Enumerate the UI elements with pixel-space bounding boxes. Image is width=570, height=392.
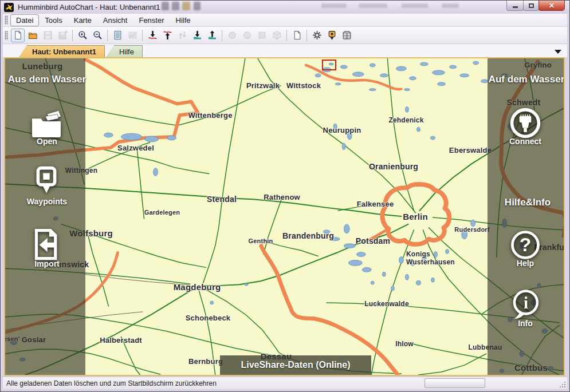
waypoint-pin-icon[interactable] <box>32 165 61 199</box>
zoom-in-button[interactable] <box>76 29 89 42</box>
map-label: Oranienburg <box>369 162 418 171</box>
glass-smudge <box>321 3 347 8</box>
map-label: Gardelegen <box>144 209 180 216</box>
connector-icon[interactable] <box>508 106 543 140</box>
app-logo-icon <box>4 3 14 12</box>
map-label: Pritzwalk <box>246 82 280 90</box>
status-text: Alle geladenen Daten löschen und zum Sta… <box>3 379 217 387</box>
menu-item-karte[interactable]: Karte <box>68 14 97 26</box>
export-sonar-button[interactable] <box>160 29 174 42</box>
map-label: Wittstock <box>286 82 321 90</box>
open-file-button[interactable] <box>26 29 40 42</box>
menu-item-fenster[interactable]: Fenster <box>133 14 170 26</box>
waypoint-manager-button[interactable] <box>325 29 339 42</box>
panel-right-subtitle: Hilfe&Info <box>505 197 551 208</box>
map-label: Brandenburg <box>282 231 334 240</box>
map-label: Neuruppin <box>323 126 361 135</box>
new-file-button[interactable] <box>11 29 25 42</box>
help-button[interactable]: Help <box>517 259 534 268</box>
open-button[interactable]: Open <box>37 137 57 146</box>
tab-label: Hilfe <box>119 47 134 56</box>
window-controls: ✕ <box>507 1 565 11</box>
save-as-button <box>56 29 69 42</box>
map-label: Wittenberge <box>188 112 232 120</box>
map-label: Ihlow <box>395 340 414 349</box>
svg-text:?: ? <box>520 233 532 255</box>
zoom-out-button[interactable] <box>91 29 104 42</box>
settings-button[interactable] <box>310 29 324 42</box>
map-label: Rathenow <box>264 193 300 202</box>
panel-left-title: Aus dem Wasser <box>8 74 86 85</box>
map-labels-layer: LuneburgPritzwalkWittstockGryfinoWittenb… <box>5 58 564 375</box>
glass-smudge <box>442 3 459 8</box>
app-window: Humminbird AutoChart - Haut: Unbenannt1 … <box>0 0 570 392</box>
tab-label: Haut: Unbenannt1 <box>32 47 96 56</box>
panel-right-title: Auf dem Wasser <box>489 74 565 85</box>
map-label: Berlin <box>403 212 428 221</box>
toolbar-separator <box>107 30 108 41</box>
folder-open-icon[interactable] <box>29 108 64 137</box>
connect-button[interactable]: Connect <box>509 137 541 146</box>
glass-smudge <box>402 3 428 8</box>
toolbar-separator <box>286 30 287 41</box>
svg-text:i: i <box>524 294 528 312</box>
toolbar-grip[interactable] <box>5 31 8 40</box>
import-file-icon[interactable] <box>30 228 62 262</box>
map-label: Genthin <box>249 237 273 245</box>
map-viewport[interactable]: LuneburgPritzwalkWittstockGryfinoWittenb… <box>4 57 565 376</box>
map-label: Halberstadt <box>100 336 142 345</box>
question-icon[interactable]: ? <box>508 228 543 262</box>
menu-item-ansicht[interactable]: Ansicht <box>97 14 133 26</box>
liveshare-button[interactable]: LiveShare-Daten (Online) <box>220 355 371 375</box>
map-label: Rudersdorf <box>454 226 489 233</box>
map-label: Bernburg <box>188 358 223 366</box>
info-button[interactable]: Info <box>518 319 533 328</box>
info-bubble-icon[interactable]: i <box>509 288 542 322</box>
taskbar-blob <box>162 2 169 10</box>
render-sphere-1-button <box>225 29 239 42</box>
sync-updown-button <box>175 29 189 42</box>
menu-item-datei[interactable]: Datei <box>10 14 39 26</box>
maximize-button[interactable] <box>523 1 539 11</box>
import-button[interactable]: Import <box>34 259 60 268</box>
status-bar: Alle geladenen Daten löschen und zum Sta… <box>3 377 567 389</box>
map-label: Magdeburg <box>174 282 221 292</box>
map-label: Luckenwalde <box>364 300 409 308</box>
map-label: Potsdam <box>356 236 391 246</box>
copy-page-button[interactable] <box>290 29 304 42</box>
toolbar-separator <box>222 30 222 41</box>
close-button[interactable]: ✕ <box>538 1 565 11</box>
tab-hilfe[interactable]: Hilfe <box>106 45 143 57</box>
map-label: Konigs Wusterhausen <box>406 251 455 267</box>
upload-depth-button[interactable] <box>205 29 219 42</box>
menu-item-tools[interactable]: Tools <box>39 14 68 26</box>
waypoints-button[interactable]: Waypoints <box>27 197 67 206</box>
toolbar-separator <box>142 30 143 41</box>
tab-list-dropdown-icon[interactable] <box>555 50 561 54</box>
tool-bar <box>3 27 567 44</box>
taskbar-blob <box>182 2 190 10</box>
map-label: Stendal <box>207 195 237 204</box>
map-label: Zehdenick <box>388 117 423 125</box>
download-depth-button[interactable] <box>190 29 204 42</box>
menu-item-hilfe[interactable]: Hilfe <box>170 14 196 26</box>
map-label: Falkensee <box>357 200 394 209</box>
taskbar-blob <box>172 2 179 10</box>
status-scrollbar-thumb[interactable] <box>424 378 485 388</box>
render-3d-button <box>270 29 284 42</box>
minimize-button[interactable] <box>506 1 524 11</box>
title-bar: Humminbird AutoChart - Haut: Unbenannt1 … <box>1 1 569 14</box>
render-sphere-2-button <box>240 29 254 42</box>
panel-aus-dem-wasser: Aus dem Wasser Open Waypoints <box>5 58 85 375</box>
menubar-grip[interactable] <box>5 15 8 25</box>
resize-grip-icon[interactable] <box>559 381 566 388</box>
render-flat-button <box>255 29 269 42</box>
archive-button[interactable] <box>340 29 353 42</box>
map-label: Schonebeck <box>186 314 231 323</box>
records-list-button[interactable] <box>111 29 124 42</box>
import-sonar-button[interactable] <box>146 29 159 42</box>
tab-haut-unbenannt1[interactable]: Haut: Unbenannt1 <box>19 45 105 57</box>
menu-bar: DateiToolsKarteAnsichtFensterHilfe <box>3 14 567 27</box>
glass-smudge <box>359 3 387 8</box>
map-label: Eberswalde <box>449 146 492 155</box>
